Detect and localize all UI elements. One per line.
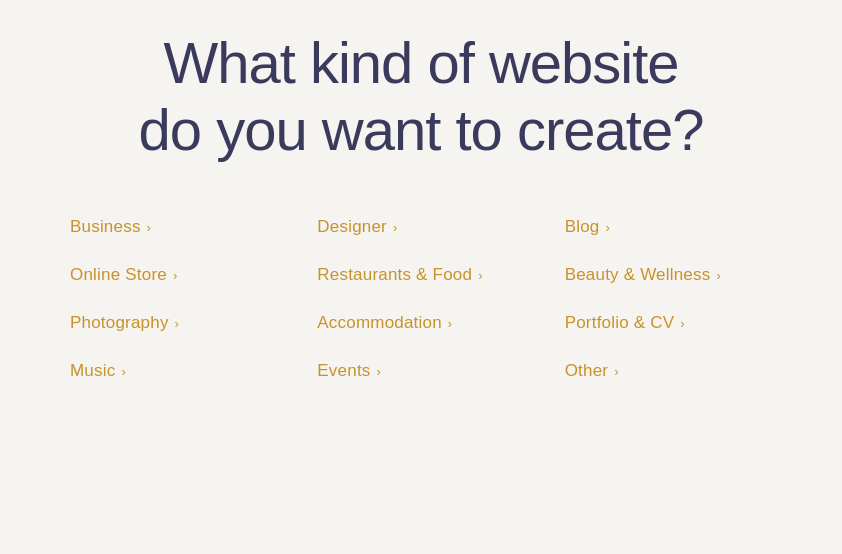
category-label: Accommodation — [317, 313, 442, 333]
categories-grid: Business›Designer›Blog›Online Store›Rest… — [50, 203, 792, 395]
chevron-icon: › — [716, 268, 721, 283]
category-label: Blog — [565, 217, 600, 237]
headline-line1: What kind of website — [163, 30, 678, 95]
chevron-icon: › — [605, 220, 610, 235]
category-label: Events — [317, 361, 370, 381]
headline-line2: do you want to create? — [139, 97, 704, 162]
chevron-icon: › — [377, 364, 382, 379]
category-label: Other — [565, 361, 609, 381]
category-label: Beauty & Wellness — [565, 265, 711, 285]
category-item[interactable]: Photography› — [50, 299, 297, 347]
chevron-icon: › — [393, 220, 398, 235]
category-item[interactable]: Accommodation› — [297, 299, 544, 347]
category-item[interactable]: Other› — [545, 347, 792, 395]
category-label: Portfolio & CV — [565, 313, 675, 333]
chevron-icon: › — [175, 316, 180, 331]
chevron-icon: › — [147, 220, 152, 235]
category-item[interactable]: Business› — [50, 203, 297, 251]
category-label: Restaurants & Food — [317, 265, 472, 285]
chevron-icon: › — [121, 364, 126, 379]
chevron-icon: › — [173, 268, 178, 283]
category-item[interactable]: Beauty & Wellness› — [545, 251, 792, 299]
chevron-icon: › — [448, 316, 453, 331]
category-item[interactable]: Music› — [50, 347, 297, 395]
category-label: Designer — [317, 217, 387, 237]
category-item[interactable]: Blog› — [545, 203, 792, 251]
category-item[interactable]: Designer› — [297, 203, 544, 251]
category-item[interactable]: Events› — [297, 347, 544, 395]
chevron-icon: › — [680, 316, 685, 331]
category-item[interactable]: Portfolio & CV› — [545, 299, 792, 347]
category-label: Business — [70, 217, 141, 237]
category-label: Music — [70, 361, 115, 381]
category-label: Online Store — [70, 265, 167, 285]
category-item[interactable]: Online Store› — [50, 251, 297, 299]
chevron-icon: › — [478, 268, 483, 283]
chevron-icon: › — [614, 364, 619, 379]
category-label: Photography — [70, 313, 169, 333]
page-title: What kind of website do you want to crea… — [139, 30, 704, 163]
category-item[interactable]: Restaurants & Food› — [297, 251, 544, 299]
